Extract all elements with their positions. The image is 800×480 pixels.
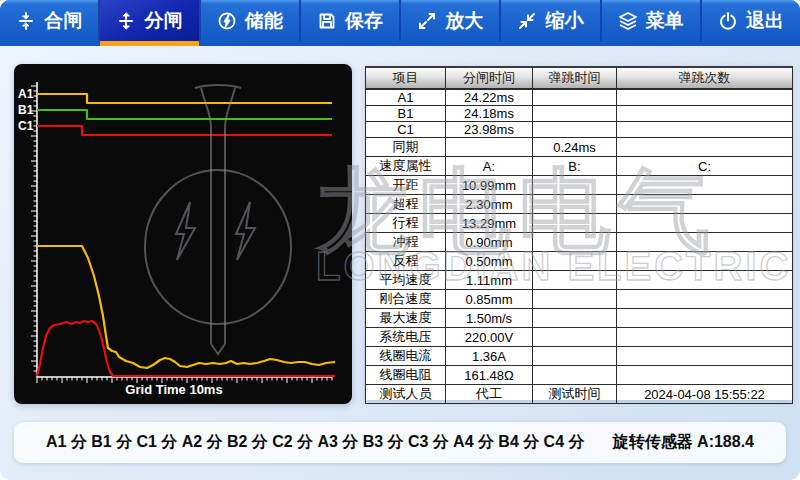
table-cell: 1.36A bbox=[446, 347, 533, 366]
grid-time-label: Grid Time 10ms bbox=[125, 382, 222, 397]
tab-label: 合闸 bbox=[44, 8, 82, 34]
tab-open-switch[interactable]: 分闸 bbox=[98, 0, 198, 41]
table-row: A124.22ms bbox=[366, 89, 793, 106]
table-header-cell: 弹跳时间 bbox=[533, 67, 617, 89]
table-header-cell: 弹跳次数 bbox=[617, 67, 793, 89]
tab-zoom-out[interactable]: 缩小 bbox=[499, 0, 599, 41]
table-row: B124.18ms bbox=[366, 106, 793, 122]
table-cell: 2.30mm bbox=[446, 195, 533, 214]
table-cell: 代工 bbox=[446, 385, 533, 404]
table-cell bbox=[533, 347, 617, 366]
table-cell: C: bbox=[617, 157, 793, 176]
status-items: A1 分B1 分C1 分A2 分B2 分C2 分A3 分B3 分C3 分A4 分… bbox=[46, 432, 585, 453]
table-cell: 同期 bbox=[366, 138, 446, 157]
table-cell: 最大速度 bbox=[366, 309, 446, 328]
table-cell bbox=[446, 138, 533, 157]
table-row: 线圈电阻161.48Ω bbox=[366, 366, 793, 385]
table-cell bbox=[533, 290, 617, 309]
zoom-out-icon bbox=[517, 11, 537, 31]
tab-label: 退出 bbox=[746, 8, 784, 34]
table-cell: B1 bbox=[366, 106, 446, 122]
table-row: 最大速度1.50m/s bbox=[366, 309, 793, 328]
table-cell: 超程 bbox=[366, 195, 446, 214]
phase-status-item: B2 分 bbox=[227, 432, 268, 453]
table-cell bbox=[617, 347, 793, 366]
table-cell: 开距 bbox=[366, 176, 446, 195]
table-cell: B: bbox=[533, 157, 617, 176]
energy-storage-icon bbox=[217, 11, 237, 31]
phase-status-item: C2 分 bbox=[272, 432, 313, 453]
waveform-chart: A1B1C1Grid Time 10ms bbox=[14, 64, 352, 404]
table-cell bbox=[533, 214, 617, 233]
table-cell bbox=[617, 252, 793, 271]
table-cell: 0.85mm bbox=[446, 290, 533, 309]
table-cell: 2024-04-08 15:55:22 bbox=[617, 385, 793, 404]
table-cell bbox=[617, 309, 793, 328]
tab-close-switch[interactable]: 合闸 bbox=[0, 0, 98, 41]
table-cell: 23.98ms bbox=[446, 122, 533, 138]
table-cell bbox=[533, 195, 617, 214]
table-cell: 测试时间 bbox=[533, 385, 617, 404]
table-header-cell: 项目 bbox=[366, 67, 446, 89]
table-row: 速度属性A:B:C: bbox=[366, 157, 793, 176]
zoom-in-icon bbox=[417, 11, 437, 31]
tab-label: 分闸 bbox=[144, 8, 182, 34]
table-cell bbox=[617, 366, 793, 385]
table-row: 反程0.50mm bbox=[366, 252, 793, 271]
table-cell bbox=[617, 214, 793, 233]
table-cell bbox=[533, 328, 617, 347]
tab-label: 菜单 bbox=[646, 8, 684, 34]
table-cell: 0.50mm bbox=[446, 252, 533, 271]
table-cell bbox=[533, 252, 617, 271]
tab-zoom-in[interactable]: 放大 bbox=[399, 0, 499, 41]
table-cell bbox=[533, 309, 617, 328]
table-cell: 161.48Ω bbox=[446, 366, 533, 385]
table-row: 刚合速度0.85mm bbox=[366, 290, 793, 309]
table-cell: 刚合速度 bbox=[366, 290, 446, 309]
table-cell: 24.22ms bbox=[446, 89, 533, 106]
table-header: 项目分闸时间弹跳时间弹跳次数 bbox=[366, 67, 793, 89]
table-body: A124.22msB124.18msC123.98ms同期0.24ms速度属性A… bbox=[366, 89, 793, 404]
table-cell: 系统电压 bbox=[366, 328, 446, 347]
table-row: 线圈电流1.36A bbox=[366, 347, 793, 366]
B1-contact-timing bbox=[37, 110, 332, 119]
table-cell: 10.99mm bbox=[446, 176, 533, 195]
phase-status-item: C1 分 bbox=[136, 432, 177, 453]
table-cell: 速度属性 bbox=[366, 157, 446, 176]
tab-label: 放大 bbox=[445, 8, 483, 34]
table-cell: 0.24ms bbox=[533, 138, 617, 157]
table-cell bbox=[617, 176, 793, 195]
tab-exit[interactable]: 退出 bbox=[700, 0, 800, 41]
rotation-sensor-readout: 旋转传感器 A:188.4 bbox=[613, 432, 754, 453]
travel-curve bbox=[37, 246, 335, 368]
table-cell bbox=[533, 106, 617, 122]
table-cell: C1 bbox=[366, 122, 446, 138]
table-cell bbox=[617, 138, 793, 157]
table-row: 测试人员代工测试时间2024-04-08 15:55:22 bbox=[366, 385, 793, 404]
table-row: 开距10.99mm bbox=[366, 176, 793, 195]
table-cell: 0.90mm bbox=[446, 233, 533, 252]
tab-label: 缩小 bbox=[545, 8, 583, 34]
phase-status-item: B3 分 bbox=[363, 432, 404, 453]
table-cell: 测试人员 bbox=[366, 385, 446, 404]
table-cell bbox=[617, 290, 793, 309]
tab-menu[interactable]: 菜单 bbox=[600, 0, 700, 41]
table-cell bbox=[617, 122, 793, 138]
table-cell bbox=[617, 89, 793, 106]
table-cell: 220.00V bbox=[446, 328, 533, 347]
phase-status-item: A3 分 bbox=[317, 432, 358, 453]
table-cell bbox=[617, 328, 793, 347]
tab-energy-storage[interactable]: 储能 bbox=[199, 0, 299, 41]
save-icon bbox=[317, 11, 337, 31]
phase-status-item: A4 分 bbox=[453, 432, 494, 453]
table-cell: A1 bbox=[366, 89, 446, 106]
table-row: 冲程0.90mm bbox=[366, 233, 793, 252]
tab-save[interactable]: 保存 bbox=[299, 0, 399, 41]
menu-icon bbox=[618, 11, 638, 31]
C1-contact-timing bbox=[37, 126, 332, 135]
toolbar: 合闸 分闸 储能 保存 bbox=[0, 0, 800, 46]
open-switch-icon bbox=[116, 11, 136, 31]
measurement-table: 项目分闸时间弹跳时间弹跳次数 A124.22msB124.18msC123.98… bbox=[365, 66, 793, 404]
table-row: 超程2.30mm bbox=[366, 195, 793, 214]
table-cell bbox=[533, 122, 617, 138]
